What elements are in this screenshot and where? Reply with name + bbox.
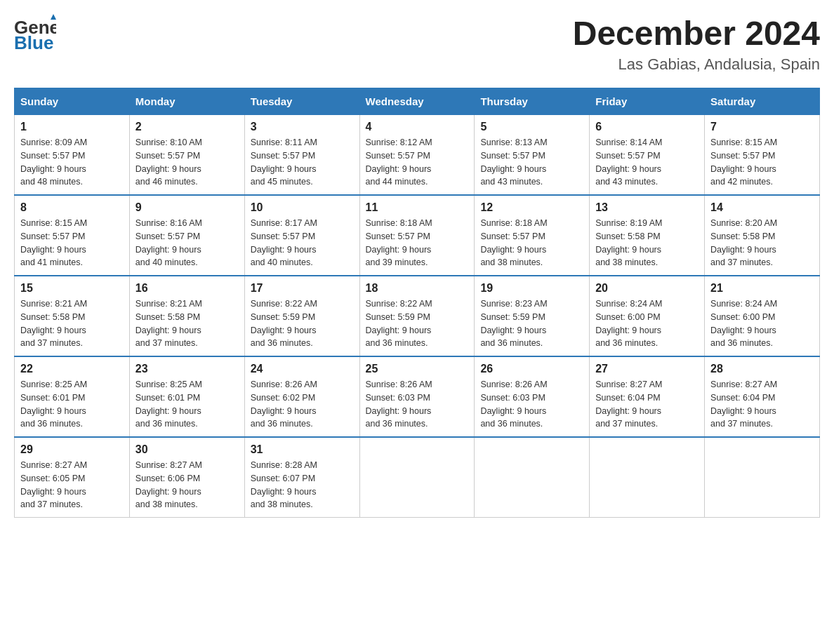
- day-cell: 25 Sunrise: 8:26 AM Sunset: 6:03 PM Dayl…: [359, 356, 475, 437]
- day-info: Sunrise: 8:27 AM Sunset: 6:04 PM Dayligh…: [710, 378, 814, 431]
- day-cell: 31 Sunrise: 8:28 AM Sunset: 6:07 PM Dayl…: [244, 437, 359, 518]
- day-cell: 28 Sunrise: 8:27 AM Sunset: 6:04 PM Dayl…: [705, 356, 820, 437]
- week-row-2: 8 Sunrise: 8:15 AM Sunset: 5:57 PM Dayli…: [15, 195, 820, 276]
- day-info: Sunrise: 8:09 AM Sunset: 5:57 PM Dayligh…: [20, 136, 124, 189]
- day-info: Sunrise: 8:15 AM Sunset: 5:57 PM Dayligh…: [710, 136, 814, 189]
- column-header-tuesday: Tuesday: [244, 88, 359, 115]
- day-number: 24: [251, 363, 354, 375]
- day-cell: 23 Sunrise: 8:25 AM Sunset: 6:01 PM Dayl…: [129, 356, 244, 437]
- day-cell: 14 Sunrise: 8:20 AM Sunset: 5:58 PM Dayl…: [705, 195, 820, 276]
- day-cell: 27 Sunrise: 8:27 AM Sunset: 6:04 PM Dayl…: [590, 356, 705, 437]
- column-header-saturday: Saturday: [705, 88, 820, 115]
- column-header-friday: Friday: [590, 88, 705, 115]
- day-number: 8: [20, 201, 124, 214]
- day-info: Sunrise: 8:25 AM Sunset: 6:01 PM Dayligh…: [20, 378, 124, 431]
- day-cell: 1 Sunrise: 8:09 AM Sunset: 5:57 PM Dayli…: [15, 115, 130, 196]
- day-cell: 9 Sunrise: 8:16 AM Sunset: 5:57 PM Dayli…: [129, 195, 244, 276]
- week-row-5: 29 Sunrise: 8:27 AM Sunset: 6:05 PM Dayl…: [15, 437, 820, 518]
- calendar-subtitle: Las Gabias, Andalusia, Spain: [573, 55, 820, 74]
- days-header-row: SundayMondayTuesdayWednesdayThursdayFrid…: [15, 88, 820, 115]
- logo: General Blue: [14, 14, 59, 53]
- day-number: 12: [480, 201, 583, 214]
- day-info: Sunrise: 8:16 AM Sunset: 5:57 PM Dayligh…: [135, 217, 239, 269]
- day-info: Sunrise: 8:12 AM Sunset: 5:57 PM Dayligh…: [366, 136, 469, 189]
- day-number: 22: [20, 363, 124, 375]
- day-info: Sunrise: 8:27 AM Sunset: 6:06 PM Dayligh…: [135, 459, 239, 511]
- day-number: 21: [710, 282, 814, 295]
- day-cell: 17 Sunrise: 8:22 AM Sunset: 5:59 PM Dayl…: [244, 276, 359, 356]
- day-cell: 4 Sunrise: 8:12 AM Sunset: 5:57 PM Dayli…: [359, 115, 475, 196]
- day-info: Sunrise: 8:17 AM Sunset: 5:57 PM Dayligh…: [251, 217, 354, 269]
- day-cell: 30 Sunrise: 8:27 AM Sunset: 6:06 PM Dayl…: [129, 437, 244, 518]
- day-info: Sunrise: 8:22 AM Sunset: 5:59 PM Dayligh…: [251, 297, 354, 350]
- column-header-sunday: Sunday: [15, 88, 130, 115]
- day-info: Sunrise: 8:24 AM Sunset: 6:00 PM Dayligh…: [595, 297, 699, 350]
- day-number: 31: [251, 443, 354, 456]
- day-info: Sunrise: 8:26 AM Sunset: 6:03 PM Dayligh…: [366, 378, 469, 431]
- day-info: Sunrise: 8:13 AM Sunset: 5:57 PM Dayligh…: [480, 136, 583, 189]
- day-number: 2: [135, 121, 239, 133]
- logo-icon: General Blue: [14, 14, 56, 53]
- day-cell: 5 Sunrise: 8:13 AM Sunset: 5:57 PM Dayli…: [475, 115, 590, 196]
- day-info: Sunrise: 8:24 AM Sunset: 6:00 PM Dayligh…: [710, 297, 814, 350]
- day-number: 16: [135, 282, 239, 295]
- day-cell: [590, 437, 705, 518]
- day-number: 14: [710, 201, 814, 214]
- day-cell: [359, 437, 475, 518]
- day-number: 11: [366, 201, 469, 214]
- day-cell: 2 Sunrise: 8:10 AM Sunset: 5:57 PM Dayli…: [129, 115, 244, 196]
- day-number: 9: [135, 201, 239, 214]
- day-cell: 8 Sunrise: 8:15 AM Sunset: 5:57 PM Dayli…: [15, 195, 130, 276]
- day-number: 5: [480, 121, 583, 133]
- day-number: 7: [710, 121, 814, 133]
- day-info: Sunrise: 8:19 AM Sunset: 5:58 PM Dayligh…: [595, 217, 699, 269]
- day-info: Sunrise: 8:26 AM Sunset: 6:03 PM Dayligh…: [480, 378, 583, 431]
- day-cell: 7 Sunrise: 8:15 AM Sunset: 5:57 PM Dayli…: [705, 115, 820, 196]
- day-cell: 21 Sunrise: 8:24 AM Sunset: 6:00 PM Dayl…: [705, 276, 820, 356]
- day-number: 26: [480, 363, 583, 375]
- day-info: Sunrise: 8:22 AM Sunset: 5:59 PM Dayligh…: [366, 297, 469, 350]
- week-row-3: 15 Sunrise: 8:21 AM Sunset: 5:58 PM Dayl…: [15, 276, 820, 356]
- day-info: Sunrise: 8:25 AM Sunset: 6:01 PM Dayligh…: [135, 378, 239, 431]
- day-number: 23: [135, 363, 239, 375]
- column-header-wednesday: Wednesday: [359, 88, 475, 115]
- title-section: December 2024 Las Gabias, Andalusia, Spa…: [573, 14, 820, 74]
- week-row-4: 22 Sunrise: 8:25 AM Sunset: 6:01 PM Dayl…: [15, 356, 820, 437]
- day-info: Sunrise: 8:21 AM Sunset: 5:58 PM Dayligh…: [20, 297, 124, 350]
- calendar-title: December 2024: [573, 14, 820, 53]
- day-info: Sunrise: 8:20 AM Sunset: 5:58 PM Dayligh…: [710, 217, 814, 269]
- day-number: 30: [135, 443, 239, 456]
- day-number: 3: [251, 121, 354, 133]
- day-number: 15: [20, 282, 124, 295]
- day-cell: [475, 437, 590, 518]
- day-number: 19: [480, 282, 583, 295]
- week-row-1: 1 Sunrise: 8:09 AM Sunset: 5:57 PM Dayli…: [15, 115, 820, 196]
- day-cell: 20 Sunrise: 8:24 AM Sunset: 6:00 PM Dayl…: [590, 276, 705, 356]
- day-number: 29: [20, 443, 124, 456]
- day-info: Sunrise: 8:28 AM Sunset: 6:07 PM Dayligh…: [251, 459, 354, 511]
- day-cell: 19 Sunrise: 8:23 AM Sunset: 5:59 PM Dayl…: [475, 276, 590, 356]
- day-info: Sunrise: 8:27 AM Sunset: 6:05 PM Dayligh…: [20, 459, 124, 511]
- column-header-monday: Monday: [129, 88, 244, 115]
- day-number: 13: [595, 201, 699, 214]
- day-number: 25: [366, 363, 469, 375]
- day-number: 1: [20, 121, 124, 133]
- day-cell: 10 Sunrise: 8:17 AM Sunset: 5:57 PM Dayl…: [244, 195, 359, 276]
- day-cell: 29 Sunrise: 8:27 AM Sunset: 6:05 PM Dayl…: [15, 437, 130, 518]
- day-cell: 16 Sunrise: 8:21 AM Sunset: 5:58 PM Dayl…: [129, 276, 244, 356]
- day-info: Sunrise: 8:18 AM Sunset: 5:57 PM Dayligh…: [366, 217, 469, 269]
- day-number: 4: [366, 121, 469, 133]
- day-cell: 11 Sunrise: 8:18 AM Sunset: 5:57 PM Dayl…: [359, 195, 475, 276]
- column-header-thursday: Thursday: [475, 88, 590, 115]
- day-info: Sunrise: 8:23 AM Sunset: 5:59 PM Dayligh…: [480, 297, 583, 350]
- day-number: 27: [595, 363, 699, 375]
- day-number: 17: [251, 282, 354, 295]
- day-info: Sunrise: 8:21 AM Sunset: 5:58 PM Dayligh…: [135, 297, 239, 350]
- day-info: Sunrise: 8:14 AM Sunset: 5:57 PM Dayligh…: [595, 136, 699, 189]
- day-cell: 26 Sunrise: 8:26 AM Sunset: 6:03 PM Dayl…: [475, 356, 590, 437]
- day-info: Sunrise: 8:18 AM Sunset: 5:57 PM Dayligh…: [480, 217, 583, 269]
- day-info: Sunrise: 8:10 AM Sunset: 5:57 PM Dayligh…: [135, 136, 239, 189]
- day-cell: 12 Sunrise: 8:18 AM Sunset: 5:57 PM Dayl…: [475, 195, 590, 276]
- day-cell: [705, 437, 820, 518]
- day-cell: 6 Sunrise: 8:14 AM Sunset: 5:57 PM Dayli…: [590, 115, 705, 196]
